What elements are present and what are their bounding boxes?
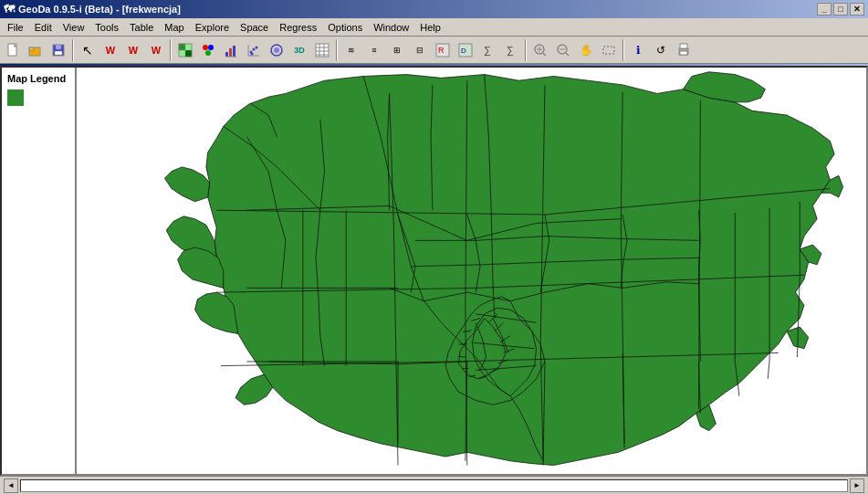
menu-help[interactable]: Help xyxy=(414,18,446,36)
scroll-left-button[interactable]: ◄ xyxy=(4,478,18,493)
zoom-in-button[interactable] xyxy=(529,39,551,61)
svg-text:D: D xyxy=(461,47,466,55)
menu-file[interactable]: File xyxy=(2,18,29,36)
toolbar-sep-1 xyxy=(72,39,74,61)
app-icon: 🗺 xyxy=(4,3,15,16)
svg-point-23 xyxy=(274,47,279,53)
svg-line-41 xyxy=(566,53,569,56)
menu-explore[interactable]: Explore xyxy=(190,18,235,36)
menu-bar: File Edit View Tools Table Map Explore S… xyxy=(0,18,868,37)
select-button[interactable]: W xyxy=(99,39,121,61)
dot-map-button[interactable] xyxy=(197,39,219,61)
toolbar-sep-3 xyxy=(336,39,338,61)
new-button[interactable] xyxy=(2,39,24,61)
toolbar-sep-5 xyxy=(622,39,624,61)
select3-button[interactable]: W xyxy=(145,39,167,61)
svg-point-11 xyxy=(205,50,211,56)
print-button[interactable] xyxy=(673,39,695,61)
rates-button[interactable]: R xyxy=(432,39,454,61)
svg-rect-13 xyxy=(229,48,232,57)
toolbar: ↖ W W W 3D ≋ ≡ ⊞ ⊟ R D ∑ ∑ ✋ xyxy=(0,37,868,64)
svg-point-21 xyxy=(251,52,254,55)
svg-rect-4 xyxy=(56,45,61,49)
svg-rect-14 xyxy=(233,46,235,57)
getis-button[interactable]: ⊞ xyxy=(386,39,408,61)
svg-point-9 xyxy=(203,45,208,50)
svg-point-19 xyxy=(253,47,256,50)
moran-button[interactable]: ≋ xyxy=(340,39,362,61)
menu-options[interactable]: Options xyxy=(322,18,368,36)
pointer-button[interactable]: ↖ xyxy=(77,39,99,61)
svg-point-10 xyxy=(208,45,214,50)
svg-rect-7 xyxy=(179,44,185,50)
svg-text:∑: ∑ xyxy=(507,45,514,57)
menu-tools[interactable]: Tools xyxy=(89,18,124,36)
menu-map[interactable]: Map xyxy=(159,18,189,36)
svg-text:R: R xyxy=(438,46,444,55)
title-bar-buttons: _ □ ✕ xyxy=(817,3,864,16)
legend-item xyxy=(7,89,69,106)
scatter-plot-button[interactable] xyxy=(243,39,265,61)
status-bar: ◄ ► xyxy=(0,476,868,494)
scroll-track[interactable] xyxy=(20,479,848,492)
bubble-chart-button[interactable] xyxy=(266,39,288,61)
scroll-right-button[interactable]: ► xyxy=(850,478,864,493)
menu-edit[interactable]: Edit xyxy=(29,18,58,36)
toolbar-sep-4 xyxy=(525,39,527,61)
map-svg[interactable] xyxy=(77,68,866,474)
legend-panel: Map Legend xyxy=(2,68,77,474)
table-view-button[interactable] xyxy=(311,39,333,61)
save-button[interactable] xyxy=(47,39,69,61)
open-button[interactable] xyxy=(25,39,47,61)
legend-title: Map Legend xyxy=(7,73,69,84)
select-rect-button[interactable] xyxy=(598,39,620,61)
menu-view[interactable]: View xyxy=(58,18,90,36)
close-button[interactable]: ✕ xyxy=(850,3,864,16)
svg-rect-12 xyxy=(225,52,228,57)
legend-color xyxy=(7,89,24,106)
toolbar-sep-2 xyxy=(170,39,172,61)
svg-rect-46 xyxy=(680,51,687,55)
svg-line-37 xyxy=(543,53,546,56)
select2-button[interactable]: W xyxy=(122,39,144,61)
main-area: Map Legend xyxy=(0,66,868,476)
local-button[interactable]: ⊟ xyxy=(409,39,431,61)
choropleth-button[interactable] xyxy=(174,39,196,61)
svg-rect-45 xyxy=(680,44,687,48)
zoom-out-button[interactable] xyxy=(552,39,574,61)
info-button[interactable]: ℹ xyxy=(627,39,649,61)
maximize-button[interactable]: □ xyxy=(833,3,848,16)
menu-regress[interactable]: Regress xyxy=(274,18,322,36)
svg-text:∑: ∑ xyxy=(484,45,491,57)
svg-rect-2 xyxy=(29,47,34,50)
svg-rect-8 xyxy=(185,50,192,57)
3d-button[interactable]: 3D xyxy=(288,39,310,61)
window-title: GeoDa 0.9.5-i (Beta) - [frekwencja] xyxy=(18,4,181,15)
minimize-button[interactable]: _ xyxy=(817,3,831,16)
menu-window[interactable]: Window xyxy=(368,18,414,36)
svg-point-20 xyxy=(256,46,258,48)
title-bar-left: 🗺 GeoDa 0.9.5-i (Beta) - [frekwencja] xyxy=(4,3,181,16)
bar-chart-button[interactable] xyxy=(220,39,242,61)
svg-rect-5 xyxy=(55,51,62,55)
stats-button[interactable]: ∑ xyxy=(477,39,499,61)
menu-space[interactable]: Space xyxy=(235,18,274,36)
refresh-button[interactable]: ↺ xyxy=(650,39,672,61)
map-area[interactable] xyxy=(77,68,866,474)
pan-button[interactable]: ✋ xyxy=(575,39,597,61)
svg-rect-43 xyxy=(603,47,614,54)
menu-table[interactable]: Table xyxy=(124,18,159,36)
stats2-button[interactable]: ∑ xyxy=(500,39,522,61)
title-bar: 🗺 GeoDa 0.9.5-i (Beta) - [frekwencja] _ … xyxy=(0,0,868,18)
density-button[interactable]: D xyxy=(455,39,476,61)
lisa-button[interactable]: ≡ xyxy=(363,39,385,61)
